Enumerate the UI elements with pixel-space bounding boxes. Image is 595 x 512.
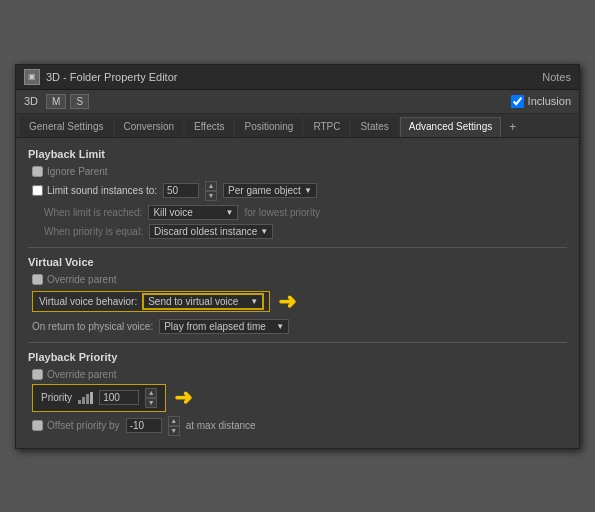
vv-return-row: On return to physical voice: Play from e…	[28, 319, 567, 334]
tab-states[interactable]: States	[351, 117, 397, 137]
playback-priority-section: Playback Priority Override parent Priori…	[28, 351, 567, 436]
offset-spin-up[interactable]: ▲	[168, 416, 180, 426]
offset-checkbox[interactable]	[32, 420, 43, 431]
tab-conversion[interactable]: Conversion	[115, 117, 184, 137]
per-game-arrow: ▼	[304, 186, 312, 195]
main-window: ▣ 3D - Folder Property Editor Notes 3D M…	[15, 64, 580, 449]
arrow-annotation-2: ➜	[174, 385, 192, 411]
discard-dropdown[interactable]: Discard oldest instance ▼	[149, 224, 273, 239]
tab-positioning[interactable]: Positioning	[235, 117, 302, 137]
limit-checkbox[interactable]	[32, 185, 43, 196]
label-3d: 3D	[24, 95, 38, 107]
limit-check-label: Limit sound instances to:	[32, 185, 157, 196]
when-priority-row: When priority is equal: Discard oldest i…	[28, 224, 567, 239]
behavior-dropdown[interactable]: Send to virtual voice ▼	[143, 294, 263, 309]
tab-effects[interactable]: Effects	[185, 117, 233, 137]
when-limit-label: When limit is reached:	[44, 207, 142, 218]
toolbar: 3D M S Inclusion	[16, 90, 579, 114]
pp-override-label: Override parent	[32, 369, 116, 380]
ignore-parent-row: Ignore Parent	[28, 166, 567, 177]
inclusion-checkbox[interactable]	[511, 95, 524, 108]
offset-priority-row: Offset priority by ▲ ▼ at max distance	[28, 416, 567, 436]
return-label: On return to physical voice:	[32, 321, 153, 332]
per-game-dropdown[interactable]: Per game object ▼	[223, 183, 317, 198]
vv-override-label: Override parent	[32, 274, 116, 285]
inclusion-row: Inclusion	[511, 95, 571, 108]
btn-m[interactable]: M	[46, 94, 66, 109]
virtual-voice-section: Virtual Voice Override parent Virtual vo…	[28, 256, 567, 334]
limit-spin-up[interactable]: ▲	[205, 181, 217, 191]
kill-voice-arrow: ▼	[225, 208, 233, 217]
priority-spin-down[interactable]: ▼	[145, 398, 157, 408]
divider-2	[28, 342, 567, 343]
behavior-label: Virtual voice behavior:	[39, 296, 137, 307]
limit-spin-down[interactable]: ▼	[205, 191, 217, 201]
kill-voice-dropdown[interactable]: Kill voice ▼	[148, 205, 238, 220]
window-title: 3D - Folder Property Editor	[46, 71, 177, 83]
priority-label: Priority	[41, 392, 72, 403]
offset-value-input[interactable]	[126, 418, 162, 433]
pp-override-row: Override parent	[28, 369, 567, 380]
vv-override-row: Override parent	[28, 274, 567, 285]
tab-general-settings[interactable]: General Settings	[20, 117, 113, 137]
priority-spinner: ▲ ▼	[145, 388, 157, 408]
ignore-parent-label: Ignore Parent	[32, 166, 108, 177]
window-icon: ▣	[24, 69, 40, 85]
pp-override-checkbox[interactable]	[32, 369, 43, 380]
behavior-arrow: ▼	[250, 297, 258, 306]
btn-s[interactable]: S	[70, 94, 89, 109]
playback-limit-section: Playback Limit Ignore Parent Limit sound…	[28, 148, 567, 239]
return-dropdown[interactable]: Play from elapsed time ▼	[159, 319, 289, 334]
for-lowest-label: for lowest priority	[244, 207, 320, 218]
tab-add[interactable]: +	[503, 117, 522, 137]
virtual-voice-header: Virtual Voice	[28, 256, 567, 268]
playback-limit-header: Playback Limit	[28, 148, 567, 160]
offset-spinner: ▲ ▼	[168, 416, 180, 436]
tab-rtpc[interactable]: RTPC	[304, 117, 349, 137]
notes-label: Notes	[542, 71, 571, 83]
tab-advanced-settings[interactable]: Advanced Settings	[400, 117, 501, 137]
ignore-parent-checkbox[interactable]	[32, 166, 43, 177]
priority-bars-icon	[78, 392, 93, 404]
offset-spin-down[interactable]: ▼	[168, 426, 180, 436]
vv-behavior-row: Virtual voice behavior: Send to virtual …	[28, 289, 567, 315]
priority-main-row: Priority ▲ ▼ ➜	[28, 384, 567, 412]
return-arrow: ▼	[276, 322, 284, 331]
discard-arrow: ▼	[260, 227, 268, 236]
priority-highlight-box: Priority ▲ ▼	[32, 384, 166, 412]
main-content: Playback Limit Ignore Parent Limit sound…	[16, 138, 579, 448]
inclusion-label: Inclusion	[528, 95, 571, 107]
offset-check-label: Offset priority by	[32, 420, 120, 431]
arrow-annotation-1: ➜	[278, 289, 296, 315]
priority-value-input[interactable]	[99, 390, 139, 405]
limit-instances-row: Limit sound instances to: ▲ ▼ Per game o…	[28, 181, 567, 201]
priority-spin-up[interactable]: ▲	[145, 388, 157, 398]
title-bar: ▣ 3D - Folder Property Editor Notes	[16, 65, 579, 90]
when-limit-row: When limit is reached: Kill voice ▼ for …	[28, 205, 567, 220]
at-max-label: at max distance	[186, 420, 256, 431]
divider-1	[28, 247, 567, 248]
when-priority-label: When priority is equal:	[44, 226, 143, 237]
tabs-bar: General Settings Conversion Effects Posi…	[16, 114, 579, 138]
limit-value-input[interactable]	[163, 183, 199, 198]
playback-priority-header: Playback Priority	[28, 351, 567, 363]
vv-override-checkbox[interactable]	[32, 274, 43, 285]
